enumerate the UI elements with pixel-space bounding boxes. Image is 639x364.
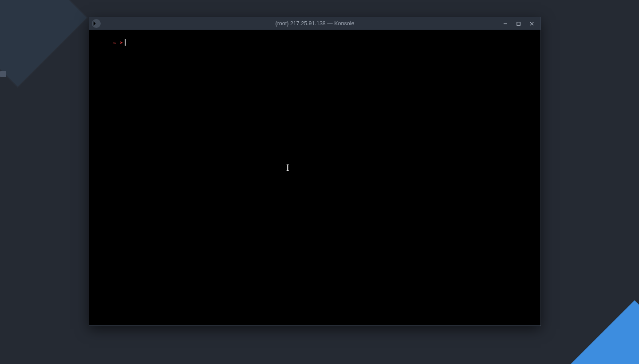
prompt-arrow: ➤ [120,39,123,46]
terminal-viewport[interactable]: ~ ➤ I [89,30,540,325]
konsole-window: (root) 217.25.91.138 — Konsole ~ ➤ I [89,17,541,326]
maximize-button[interactable] [514,19,523,28]
text-cursor [125,39,126,46]
window-titlebar[interactable]: (root) 217.25.91.138 — Konsole [89,17,540,30]
prompt-cwd: ~ [113,39,116,46]
panel-edge [0,71,6,77]
close-icon [529,21,534,26]
minimize-button[interactable] [501,19,509,28]
window-controls [501,19,539,28]
mouse-ibeam-cursor: I [286,163,289,173]
wallpaper-shape-bottom-right [553,300,639,364]
prompt-line: ~ ➤ [92,32,538,53]
window-title: (root) 217.25.91.138 — Konsole [89,20,540,27]
wallpaper-shape-top-left [0,0,87,87]
maximize-icon [516,21,521,26]
terminal-icon [92,19,101,28]
close-button[interactable] [527,19,536,28]
minimize-icon [503,21,508,26]
svg-rect-0 [517,22,520,25]
